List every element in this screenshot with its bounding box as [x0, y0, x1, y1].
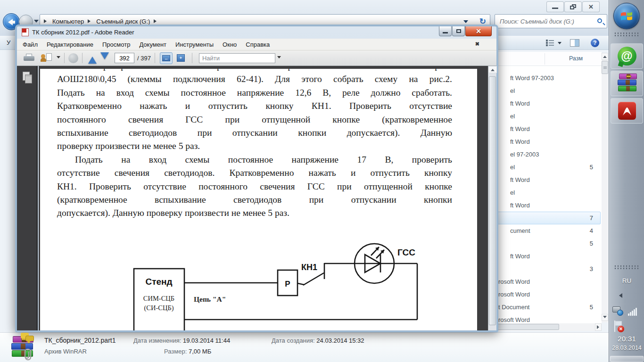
file-list: ft Word 97-2003 el ft Word el ft Word ft… — [490, 66, 602, 323]
breadcrumb-drive[interactable]: Съемный диск (G:) — [96, 18, 150, 25]
clock-time[interactable]: 20:31 — [609, 335, 644, 343]
page-number-input[interactable] — [115, 53, 134, 63]
file-row[interactable]: cument4 — [490, 224, 597, 237]
breadcrumb-arrow-icon — [88, 19, 92, 23]
adobe-reader-icon — [618, 102, 636, 120]
close-icon: ✕ — [588, 4, 594, 10]
column-divider — [545, 53, 545, 65]
file-row-selected[interactable]: 7 — [490, 212, 597, 224]
menubar-close-icon[interactable]: ✖ — [475, 41, 479, 47]
menu-window[interactable]: Окно — [223, 41, 237, 48]
attachments-paperclip-icon[interactable] — [23, 348, 33, 362]
views-icon[interactable] — [546, 40, 554, 46]
relay-label: Р — [285, 280, 290, 288]
taskbar-item-winrar[interactable] — [611, 71, 643, 96]
start-button[interactable] — [613, 3, 640, 29]
views-dropdown-icon[interactable] — [558, 42, 561, 46]
scroll-up-button[interactable] — [488, 66, 497, 73]
pdf-line: АОШ2180\0,45 (клеммы подключения 62-41).… — [57, 73, 452, 86]
scrollbar-thumb[interactable] — [489, 76, 496, 325]
explorer-caption-buttons: ✕ — [546, 1, 600, 12]
comments-icon[interactable] — [21, 333, 35, 344]
menu-bar: Файл Редактирование Просмотр Документ Ин… — [17, 39, 496, 50]
file-row[interactable]: ft Word — [490, 135, 597, 148]
search-box[interactable] — [495, 14, 607, 28]
taskbar-item-adobe-reader[interactable] — [611, 98, 643, 123]
fit-page-icon: + — [177, 54, 185, 62]
restore-button[interactable] — [564, 1, 582, 12]
show-desktop-button[interactable] — [610, 356, 644, 362]
organize-button[interactable]: У — [7, 39, 10, 46]
scroll-down-button[interactable] — [602, 314, 608, 321]
error-badge-icon: ✕ — [618, 326, 624, 332]
file-row[interactable]: el 97-2003 — [490, 148, 597, 161]
file-row[interactable]: el — [490, 186, 597, 199]
minimize-button[interactable] — [439, 26, 452, 36]
menu-document[interactable]: Документ — [139, 41, 166, 48]
scrollbar-thumb[interactable] — [602, 61, 608, 74]
minimize-button[interactable] — [546, 1, 564, 12]
adobe-titlebar[interactable]: ТК сборник 2012.pdf - Adobe Reader ✕ — [17, 26, 496, 39]
scroll-up-button[interactable] — [602, 53, 608, 60]
file-row[interactable]: t Document5 — [490, 301, 597, 313]
help-icon[interactable]: ? — [591, 39, 599, 47]
signal-bars-icon[interactable] — [628, 308, 637, 316]
print-icon[interactable] — [24, 54, 35, 63]
file-row[interactable]: ft Word — [490, 173, 597, 186]
switch-blade — [303, 273, 324, 285]
file-row[interactable]: 3 — [490, 263, 597, 275]
column-header-size[interactable]: Разм — [569, 55, 583, 62]
close-button[interactable]: ✕ — [465, 26, 492, 36]
pdf-viewport[interactable]: 3.2.2. Проверить ГСС в режиме «контроля … — [39, 66, 488, 330]
mailru-agent-icon: @ — [618, 47, 636, 66]
fit-page-button[interactable]: + — [174, 52, 187, 64]
file-row[interactable]: el5 — [490, 161, 597, 173]
collaborate-icon[interactable] — [41, 53, 55, 63]
pdf-scrollbar[interactable] — [488, 66, 496, 330]
menu-edit[interactable]: Редактирование — [47, 41, 93, 48]
find-box[interactable] — [199, 53, 275, 63]
scrollbar-thumb[interactable] — [490, 324, 559, 330]
menu-help[interactable]: Справка — [246, 41, 270, 48]
clock-date[interactable]: 28.03.2014 — [609, 345, 644, 351]
toolbar-divider — [192, 53, 192, 63]
menu-file[interactable]: Файл — [23, 41, 38, 48]
page-thumbnails-icon[interactable] — [22, 72, 33, 85]
file-row[interactable]: ft Word — [490, 97, 597, 110]
file-row[interactable]: rosoft Word — [490, 288, 597, 301]
toolbar-divider — [82, 53, 83, 63]
file-size: Размер: 7,00 МБ — [164, 348, 211, 355]
show-hidden-icons-button[interactable] — [617, 293, 622, 298]
file-row[interactable]: ft Word — [490, 123, 597, 135]
maximize-button[interactable] — [452, 26, 465, 36]
language-indicator[interactable]: RU — [609, 277, 644, 284]
file-row[interactable]: 5 — [490, 237, 597, 250]
close-button[interactable]: ✕ — [582, 1, 600, 12]
action-center-flag-icon[interactable]: ✕ — [614, 321, 625, 335]
find-input[interactable] — [202, 54, 273, 62]
network-tray-icon[interactable] — [612, 306, 625, 317]
fit-width-button[interactable]: ↔ — [160, 52, 173, 64]
file-row[interactable]: el — [490, 84, 597, 97]
vertical-scrollbar[interactable] — [602, 53, 608, 322]
taskbar-item-mailru-agent[interactable]: @ — [611, 43, 643, 69]
file-row[interactable]: ft Word — [490, 199, 597, 212]
file-row[interactable]: el — [490, 110, 597, 123]
file-row[interactable]: ft Word 97-2003 — [490, 72, 597, 84]
menu-view[interactable]: Просмотр — [102, 41, 130, 48]
previous-page-icon[interactable] — [88, 52, 97, 64]
file-row[interactable]: rosoft Word — [490, 275, 597, 288]
dropdown-icon[interactable] — [57, 56, 60, 60]
menu-tools[interactable]: Инструменты — [175, 41, 214, 48]
pdf-line: вспыхивание светодиодов при отпускании к… — [57, 126, 452, 140]
find-dropdown-icon[interactable] — [277, 56, 281, 60]
search-input[interactable] — [500, 15, 594, 27]
circuit-label: Цепь "А" — [194, 295, 226, 303]
scroll-right-button[interactable] — [595, 323, 602, 331]
preview-pane-icon[interactable] — [570, 39, 579, 47]
file-row[interactable]: ft Word — [490, 250, 597, 263]
horizontal-scrollbar[interactable] — [490, 323, 602, 331]
minimize-icon — [443, 32, 448, 33]
next-page-icon[interactable] — [100, 52, 109, 64]
breadcrumb-computer[interactable]: Компьютер — [52, 18, 84, 25]
